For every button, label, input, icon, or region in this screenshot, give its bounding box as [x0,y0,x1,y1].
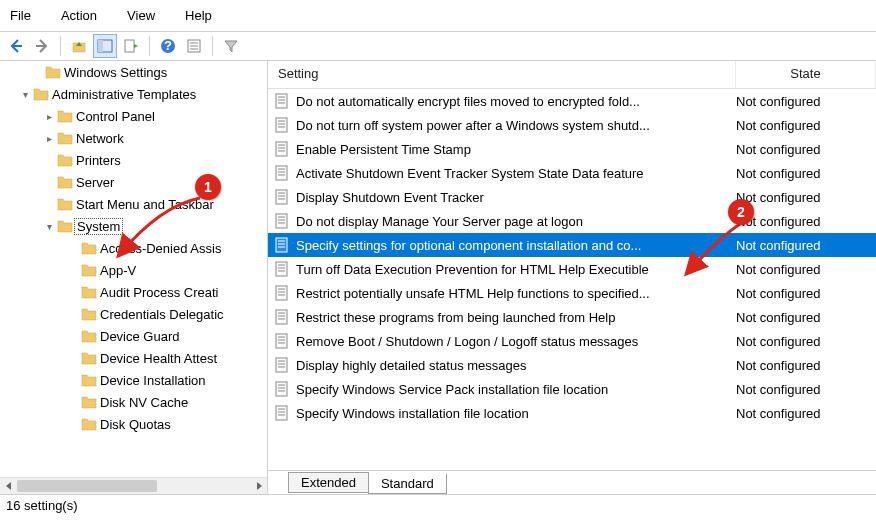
setting-row[interactable]: Activate Shutdown Event Tracker System S… [268,161,876,185]
tree-item-device-health-attest[interactable]: Device Health Attest [0,347,267,369]
svg-rect-10 [276,94,287,108]
filter-button[interactable] [219,34,243,58]
svg-rect-26 [276,190,287,204]
setting-name: Specify settings for optional component … [296,238,736,253]
setting-name: Display Shutdown Event Tracker [296,190,736,205]
policy-icon [274,357,290,373]
setting-row[interactable]: Display highly detailed status messagesN… [268,353,876,377]
tree-item-app-v[interactable]: App-V [0,259,267,281]
tree-item-windows-settings[interactable]: Windows Settings [0,61,267,83]
setting-row[interactable]: Specify settings for optional component … [268,233,876,257]
setting-name: Do not automatically encrypt files moved… [296,94,736,109]
show-hide-tree-button[interactable] [93,34,117,58]
svg-rect-58 [276,382,287,396]
tabs-bar: Extended Standard [268,470,876,494]
tree-item-credentials-delegatic[interactable]: Credentials Delegatic [0,303,267,325]
folder-icon [56,219,74,233]
tree-item-label: Access-Denied Assis [98,241,221,256]
export-list-button[interactable] [119,34,143,58]
column-header-state[interactable]: State [736,61,876,88]
tree-item-label: Windows Settings [62,65,167,80]
tree-item-device-guard[interactable]: Device Guard [0,325,267,347]
tree-view[interactable]: Windows Settings▾Administrative Template… [0,61,267,494]
menu-file[interactable]: File [4,6,37,25]
tree-item-label: Network [74,131,124,146]
tree-item-label: Credentials Delegatic [98,307,224,322]
up-button[interactable] [67,34,91,58]
properties-button[interactable] [182,34,206,58]
setting-row[interactable]: Display Shutdown Event TrackerNot config… [268,185,876,209]
list-header: Setting State [268,61,876,89]
tree-item-audit-process-creati[interactable]: Audit Process Creati [0,281,267,303]
folder-icon [56,109,74,123]
expander-icon[interactable]: ▾ [42,221,56,232]
expander-icon[interactable]: ▸ [42,133,56,144]
svg-rect-54 [276,358,287,372]
setting-state: Not configured [736,142,876,157]
forward-button[interactable] [30,34,54,58]
expander-icon[interactable]: ▸ [42,111,56,122]
setting-row[interactable]: Do not automatically encrypt files moved… [268,89,876,113]
folder-icon [44,65,62,79]
scroll-thumb[interactable] [17,480,157,492]
expander-icon[interactable]: ▾ [18,89,32,100]
folder-icon [80,373,98,387]
setting-row[interactable]: Specify Windows Service Pack installatio… [268,377,876,401]
settings-list[interactable]: Do not automatically encrypt files moved… [268,89,876,470]
setting-name: Specify Windows installation file locati… [296,406,736,421]
back-button[interactable] [4,34,28,58]
setting-row[interactable]: Turn off Data Execution Prevention for H… [268,257,876,281]
tab-extended[interactable]: Extended [288,472,369,493]
list-pane: Setting State Do not automatically encry… [268,61,876,494]
column-header-setting[interactable]: Setting [268,61,736,88]
setting-row[interactable]: Remove Boot / Shutdown / Logon / Logoff … [268,329,876,353]
setting-state: Not configured [736,310,876,325]
scroll-track[interactable] [17,478,250,494]
help-button[interactable]: ? [156,34,180,58]
svg-rect-18 [276,142,287,156]
folder-icon [80,395,98,409]
tree-item-label: System [74,218,123,235]
tree-item-disk-nv-cache[interactable]: Disk NV Cache [0,391,267,413]
tree-item-system[interactable]: ▾System [0,215,267,237]
tree-item-network[interactable]: ▸Network [0,127,267,149]
menu-help[interactable]: Help [179,6,218,25]
setting-row[interactable]: Do not turn off system power after a Win… [268,113,876,137]
tree-item-printers[interactable]: Printers [0,149,267,171]
policy-icon [274,237,290,253]
tree-item-device-installation[interactable]: Device Installation [0,369,267,391]
tree-item-administrative-templates[interactable]: ▾Administrative Templates [0,83,267,105]
tree-item-access-denied-assis[interactable]: Access-Denied Assis [0,237,267,259]
setting-row[interactable]: Restrict potentially unsafe HTML Help fu… [268,281,876,305]
tree-item-server[interactable]: Server [0,171,267,193]
tree-item-disk-quotas[interactable]: Disk Quotas [0,413,267,435]
tree-horizontal-scrollbar[interactable] [0,477,267,494]
svg-rect-3 [125,40,134,52]
setting-state: Not configured [736,334,876,349]
callout-2: 2 [728,199,754,225]
tab-standard[interactable]: Standard [368,474,447,494]
toolbar-separator [149,36,150,56]
scroll-right-button[interactable] [250,478,267,495]
status-bar: 16 setting(s) [0,494,876,518]
policy-icon [274,141,290,157]
scroll-left-button[interactable] [0,478,17,495]
svg-rect-38 [276,262,287,276]
setting-state: Not configured [736,262,876,277]
tree-item-label: Printers [74,153,121,168]
tree-item-start-menu-and-taskbar[interactable]: Start Menu and Taskbar [0,193,267,215]
tree-item-label: Disk NV Cache [98,395,188,410]
svg-rect-14 [276,118,287,132]
setting-row[interactable]: Restrict these programs from being launc… [268,305,876,329]
setting-row[interactable]: Do not display Manage Your Server page a… [268,209,876,233]
callout-1: 1 [195,174,221,200]
menu-view[interactable]: View [121,6,161,25]
setting-row[interactable]: Enable Persistent Time StampNot configur… [268,137,876,161]
menu-action[interactable]: Action [55,6,103,25]
setting-state: Not configured [736,238,876,253]
setting-state: Not configured [736,166,876,181]
tree-item-control-panel[interactable]: ▸Control Panel [0,105,267,127]
main-panes: Windows Settings▾Administrative Template… [0,61,876,494]
setting-state: Not configured [736,190,876,205]
setting-row[interactable]: Specify Windows installation file locati… [268,401,876,425]
